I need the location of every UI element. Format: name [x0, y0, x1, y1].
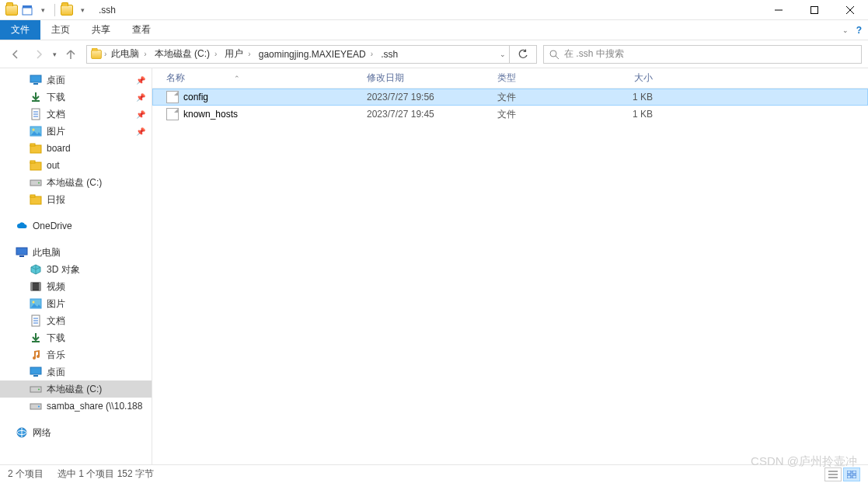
download-icon: [30, 332, 42, 344]
tab-share[interactable]: 共享: [81, 20, 121, 40]
file-icon: [166, 91, 179, 103]
file-size: 1 KB: [591, 92, 653, 103]
sidebar-item[interactable]: 下载📌: [0, 89, 152, 106]
sidebar-item-label: 图片: [47, 125, 65, 138]
drive-icon: [30, 176, 42, 189]
breadcrumb[interactable]: 此电脑›: [108, 47, 149, 61]
pin-icon: 📌: [136, 76, 145, 85]
svg-point-31: [33, 301, 35, 304]
minimize-button[interactable]: [761, 0, 797, 20]
svg-rect-52: [852, 475, 856, 478]
separator: [54, 4, 55, 16]
svg-rect-50: [852, 471, 856, 474]
onedrive-icon: [16, 220, 28, 232]
svg-point-42: [38, 406, 40, 408]
item-count: 2 个项目: [8, 467, 44, 481]
sidebar-item[interactable]: out: [0, 157, 152, 174]
sidebar-item[interactable]: 桌面: [0, 363, 152, 380]
sidebar-item[interactable]: 文档📌: [0, 106, 152, 123]
file-date: 2023/7/27 19:56: [367, 92, 497, 103]
sidebar-item[interactable]: board: [0, 140, 152, 157]
address-dropdown-icon[interactable]: ⌄: [500, 50, 506, 58]
history-dropdown-icon[interactable]: ▾: [53, 50, 57, 58]
sidebar-item-label: 视频: [47, 280, 65, 294]
navbar: ▾ › 此电脑› 本地磁盘 (C:)› 用户› gaomingjing.MAXI…: [0, 40, 868, 68]
address-bar[interactable]: › 此电脑› 本地磁盘 (C:)› 用户› gaomingjing.MAXIEY…: [86, 45, 537, 64]
sidebar-item[interactable]: 图片: [0, 295, 152, 312]
sort-indicator-icon[interactable]: ⌃: [234, 75, 240, 82]
svg-rect-9: [33, 83, 38, 85]
sidebar-item[interactable]: 日报: [0, 191, 152, 208]
sidebar-item-label: 音乐: [47, 349, 65, 362]
sidebar-item-label: out: [47, 160, 60, 171]
sidebar-item[interactable]: 视频: [0, 278, 152, 295]
column-headers[interactable]: 名称 ⌃ 修改日期 类型 大小: [152, 68, 868, 89]
file-name: known_hosts: [183, 109, 238, 120]
file-row[interactable]: known_hosts2023/7/27 19:45文件1 KB: [152, 106, 868, 123]
pin-icon: 📌: [136, 110, 145, 119]
sidebar-item[interactable]: OneDrive: [0, 217, 152, 235]
breadcrumb[interactable]: gaomingjing.MAXIEYEAD›: [256, 49, 376, 60]
image-icon: [30, 297, 42, 310]
ribbon-expand-icon[interactable]: ⌄: [842, 26, 849, 34]
file-list[interactable]: config2023/7/27 19:56文件1 KBknown_hosts20…: [152, 89, 868, 464]
chevron-right-icon[interactable]: ›: [104, 50, 106, 58]
file-size: 1 KB: [591, 109, 653, 120]
svg-rect-28: [31, 283, 33, 290]
pc-icon: [16, 246, 28, 259]
breadcrumb[interactable]: 本地磁盘 (C:)›: [152, 47, 221, 61]
sidebar-item[interactable]: 文档: [0, 312, 152, 329]
refresh-button[interactable]: [513, 49, 533, 60]
pin-icon: 📌: [136, 127, 145, 136]
content-area: 名称 ⌃ 修改日期 类型 大小 config2023/7/27 19:56文件1…: [152, 68, 868, 464]
sidebar-item[interactable]: 桌面📌: [0, 71, 152, 89]
sidebar-item[interactable]: 音乐: [0, 346, 152, 363]
file-name: config: [183, 92, 208, 103]
tab-view[interactable]: 查看: [121, 20, 162, 40]
qat-props-icon[interactable]: [20, 3, 34, 17]
back-button[interactable]: [6, 45, 25, 64]
search-input[interactable]: 在 .ssh 中搜索: [543, 45, 862, 64]
title-dropdown-icon[interactable]: ▾: [75, 3, 89, 17]
video-icon: [30, 280, 42, 293]
sidebar-item[interactable]: samba_share (\\10.188: [0, 398, 152, 415]
sidebar: 桌面📌下载📌文档📌图片📌boardout本地磁盘 (C:)日报OneDrive此…: [0, 68, 152, 464]
sidebar-item[interactable]: 图片📌: [0, 123, 152, 140]
qat-dropdown-icon[interactable]: ▾: [36, 3, 50, 17]
breadcrumb[interactable]: .ssh: [378, 49, 401, 60]
forward-button[interactable]: [30, 45, 48, 64]
close-button[interactable]: [832, 0, 868, 20]
sidebar-item-label: 图片: [47, 297, 65, 311]
search-icon: [549, 49, 559, 60]
sidebar-item-label: 下载: [47, 332, 65, 345]
netdrive-icon: [30, 400, 42, 412]
music-icon: [30, 349, 42, 361]
tab-home[interactable]: 主页: [40, 20, 81, 40]
sidebar-item[interactable]: 3D 对象: [0, 261, 152, 278]
svg-line-7: [556, 56, 559, 59]
view-icons-button[interactable]: [843, 467, 860, 481]
sidebar-item-label: OneDrive: [33, 221, 72, 231]
up-button[interactable]: [61, 45, 80, 64]
view-details-button[interactable]: [824, 467, 842, 481]
svg-point-40: [38, 389, 40, 391]
svg-rect-38: [33, 375, 38, 377]
svg-point-22: [38, 182, 40, 184]
sidebar-item[interactable]: 本地磁盘 (C:): [0, 380, 152, 398]
sidebar-item[interactable]: 本地磁盘 (C:): [0, 174, 152, 191]
sidebar-item-label: 下载: [47, 91, 65, 104]
sidebar-item[interactable]: 此电脑: [0, 244, 152, 261]
help-icon[interactable]: ?: [856, 25, 862, 36]
sidebar-item[interactable]: 网络: [0, 424, 152, 441]
statusbar: 2 个项目 选中 1 个项目 152 字节: [0, 464, 868, 483]
tab-file[interactable]: 文件: [0, 20, 40, 40]
svg-rect-49: [847, 471, 851, 474]
image-icon: [30, 125, 42, 137]
file-row[interactable]: config2023/7/27 19:56文件1 KB: [152, 89, 868, 106]
sidebar-item-label: 桌面: [47, 366, 65, 379]
window-title: .ssh: [99, 5, 116, 16]
breadcrumb[interactable]: 用户›: [221, 47, 253, 61]
maximize-button[interactable]: [797, 0, 832, 20]
sidebar-item[interactable]: 下载: [0, 329, 152, 346]
selection-info: 选中 1 个项目 152 字节: [58, 467, 154, 481]
